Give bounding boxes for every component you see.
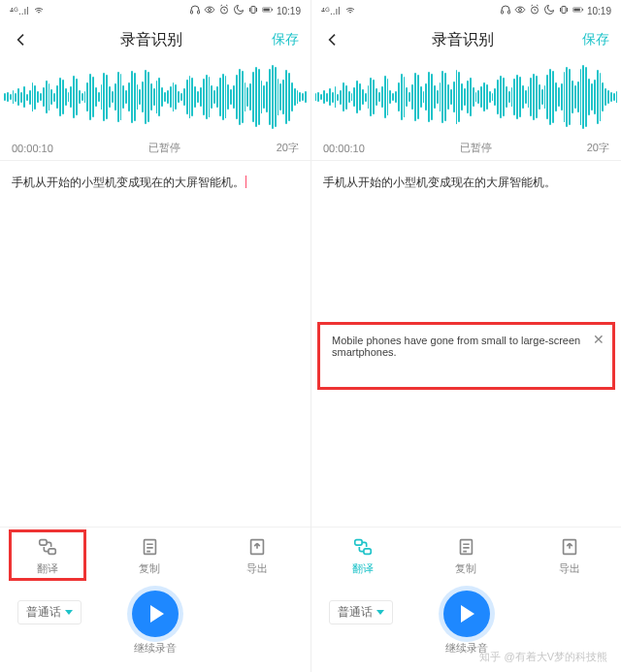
recording-state: 已暂停 [460, 141, 492, 155]
app-header: 录音识别 保存 [0, 21, 310, 58]
svg-rect-16 [562, 7, 566, 14]
svg-rect-20 [355, 540, 362, 546]
language-label: 普通话 [26, 604, 61, 621]
export-button[interactable]: 导出 [218, 536, 296, 576]
transcript-text: 手机从开始的小型机变成现在的大屏智能机。 [323, 176, 556, 189]
page-title: 录音识别 [120, 30, 182, 50]
page-title: 录音识别 [432, 30, 494, 50]
copy-label: 复制 [455, 561, 476, 576]
status-bar: ⁴ᴳ..ıl 10:19 [0, 0, 310, 21]
copy-button[interactable]: 复制 [111, 536, 188, 576]
alarm-icon [529, 4, 540, 17]
chevron-down-icon [65, 610, 73, 615]
signal-icon: ⁴ᴳ..ıl [10, 6, 29, 16]
recording-status-row: 00:00:10 已暂停 20字 [311, 136, 621, 161]
copy-label: 复制 [139, 561, 160, 576]
waveform[interactable] [0, 58, 310, 136]
pane-right: ⁴ᴳ..ıl 10:19 录音识别 保存 [310, 0, 621, 672]
transcript-text: 手机从开始的小型机变成现在的大屏智能机。 [12, 176, 245, 189]
play-row: 普通话 继续录音 [0, 585, 310, 672]
alarm-icon [218, 4, 230, 17]
translate-label: 翻译 [37, 561, 58, 576]
eye-icon [514, 4, 526, 17]
play-label: 继续录音 [134, 641, 177, 656]
svg-point-14 [518, 9, 521, 12]
translate-button[interactable]: 翻译 [9, 529, 86, 581]
play-row: 普通话 继续录音 [311, 585, 621, 672]
play-button[interactable] [132, 591, 179, 637]
svg-rect-13 [507, 11, 509, 14]
language-label: 普通话 [338, 604, 373, 621]
copy-button[interactable]: 复制 [427, 536, 505, 576]
svg-rect-12 [501, 11, 503, 14]
play-icon [461, 605, 474, 623]
back-button[interactable] [12, 30, 31, 49]
export-label: 导出 [559, 561, 580, 576]
moon-icon [233, 4, 245, 17]
translate-label: 翻译 [352, 561, 374, 576]
translation-popup: Mobile phones have gone from small to la… [317, 322, 615, 390]
bottom-toolbar: 翻译 复制 导出 [0, 527, 310, 585]
translate-button[interactable]: 翻译 [324, 536, 402, 576]
language-selector[interactable]: 普通话 [17, 600, 82, 624]
chevron-down-icon [376, 610, 384, 615]
svg-rect-8 [40, 540, 47, 546]
play-icon [150, 605, 164, 623]
play-button[interactable] [443, 591, 490, 637]
status-time: 10:19 [587, 6, 611, 16]
vibrate-icon [558, 4, 570, 17]
svg-rect-21 [364, 549, 371, 555]
svg-point-2 [208, 9, 211, 12]
moon-icon [543, 4, 555, 17]
svg-rect-4 [251, 7, 255, 14]
wifi-icon [33, 4, 45, 17]
app-header: 录音识别 保存 [311, 21, 621, 58]
back-button[interactable] [323, 30, 343, 49]
waveform[interactable] [311, 58, 621, 136]
pane-left: ⁴ᴳ..ıl 10:19 录音识别 保存 [0, 0, 310, 672]
recording-status-row: 00:00:10 已暂停 20字 [0, 136, 310, 161]
headphone-icon [500, 4, 511, 17]
elapsed-time: 00:00:10 [323, 143, 365, 154]
vibrate-icon [247, 4, 259, 17]
export-label: 导出 [246, 561, 268, 576]
svg-rect-7 [272, 9, 273, 11]
battery-icon [262, 4, 274, 17]
save-button[interactable]: 保存 [582, 31, 609, 48]
svg-rect-0 [190, 11, 192, 14]
wifi-icon [344, 4, 356, 17]
status-bar: ⁴ᴳ..ıl 10:19 [311, 0, 621, 21]
svg-rect-18 [573, 9, 579, 12]
transcript-area[interactable]: 手机从开始的小型机变成现在的大屏智能机。 [0, 161, 310, 527]
save-button[interactable]: 保存 [272, 31, 299, 48]
headphone-icon [189, 4, 201, 17]
signal-icon: ⁴ᴳ..ıl [321, 6, 341, 16]
language-selector[interactable]: 普通话 [329, 600, 393, 624]
bottom-toolbar: 翻译 复制 导出 [311, 527, 621, 585]
export-button[interactable]: 导出 [531, 536, 608, 576]
battery-icon [572, 4, 584, 17]
svg-rect-1 [197, 11, 199, 14]
eye-icon [204, 4, 215, 17]
word-count: 20字 [587, 141, 609, 155]
svg-rect-6 [263, 9, 269, 12]
svg-rect-9 [49, 549, 55, 555]
play-label: 继续录音 [445, 641, 488, 656]
elapsed-time: 00:00:10 [12, 143, 53, 154]
recording-state: 已暂停 [148, 141, 180, 155]
translation-text: Mobile phones have gone from small to la… [332, 335, 585, 358]
word-count: 20字 [277, 141, 299, 155]
close-icon[interactable]: ✕ [593, 333, 605, 346]
status-time: 10:19 [277, 6, 301, 16]
transcript-area[interactable]: 手机从开始的小型机变成现在的大屏智能机。 Mobile phones have … [311, 161, 621, 527]
text-cursor [245, 176, 246, 188]
svg-rect-19 [582, 9, 583, 11]
